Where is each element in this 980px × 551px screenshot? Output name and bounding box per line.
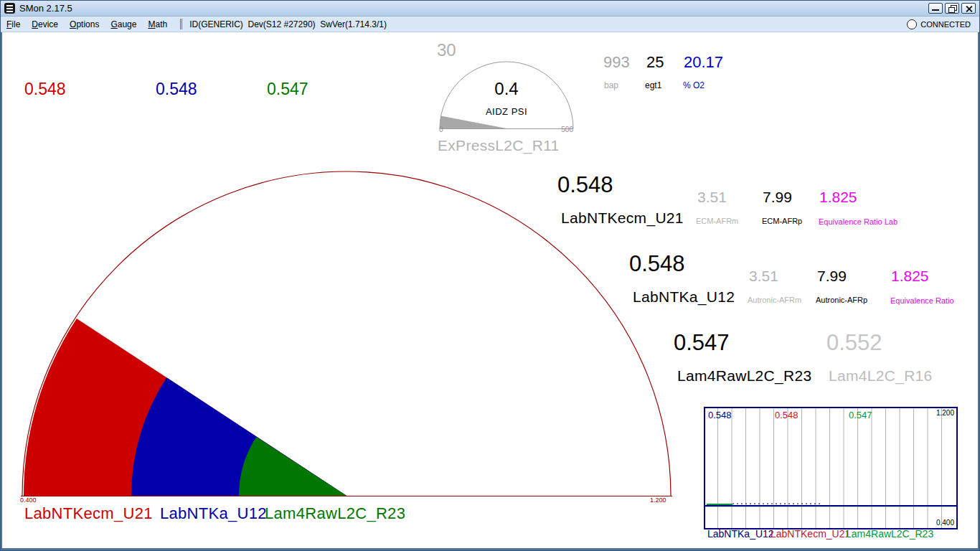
- pressure-value: 0.4: [460, 80, 553, 98]
- readout-o2-label: % O2: [683, 81, 705, 90]
- row2-metric2-value: 7.99: [817, 268, 847, 284]
- row1-metric3-label: Equivalence Ratio Lab: [819, 217, 897, 226]
- row3-secondary-label: Lam4L2C_R16: [829, 367, 933, 384]
- pressure-secondary-value: 30: [437, 41, 456, 60]
- chart-value-3: 0.547: [849, 410, 872, 420]
- pressure-channel-name: ExPressL2C_R11: [438, 137, 560, 154]
- row2-metric1-value: 3.51: [749, 268, 778, 284]
- readout-bap-value: 993: [603, 54, 630, 71]
- lambda-readout-3: 0.547: [267, 80, 308, 98]
- lambda-legend-2: LabNTKa_U12: [160, 505, 267, 522]
- smon-window: SMon 2.17.5 FileDeviceOptionsGaugeMath I…: [0, 0, 980, 551]
- readout-bap-label: bap: [604, 81, 618, 90]
- chart-value-1: 0.548: [708, 410, 732, 420]
- pressure-scale-max: 500: [553, 126, 573, 133]
- readout-o2-value: 20.17: [684, 54, 723, 71]
- pressure-unit-label: AIDZ PSI: [460, 107, 553, 117]
- row3-value: 0.547: [674, 331, 730, 355]
- row1-metric2-label: ECM-AFRp: [762, 217, 802, 225]
- chart-value-2: 0.548: [775, 410, 798, 420]
- row3-secondary-value: 0.552: [826, 331, 882, 355]
- row1-metric1-value: 3.51: [697, 189, 727, 205]
- lambda-scale-min: 0.400: [20, 497, 37, 504]
- row2-metric1-label: Autronic-AFRm: [748, 296, 801, 304]
- lambda-legend-3: Lam4RawL2C_R23: [265, 505, 405, 522]
- lambda-readout-2: 0.548: [156, 80, 197, 98]
- row2-value: 0.548: [629, 252, 685, 276]
- chart-legend-1: LabNTKa_U12: [707, 528, 774, 540]
- row1-metric2-value: 7.99: [763, 189, 792, 205]
- row3-label: Lam4RawL2C_R23: [677, 367, 811, 384]
- row2-metric3-label: Equivalence Ratio: [890, 296, 954, 305]
- chart-legend-2: LabNTKecm_U21: [771, 528, 850, 540]
- row2-metric2-label: Autronic-AFRp: [816, 296, 867, 304]
- row1-label: LabNTKecm_U21: [561, 209, 684, 226]
- lambda-scale-max: 1.200: [650, 497, 666, 504]
- row1-value: 0.548: [557, 173, 613, 197]
- lambda-readout-1: 0.548: [24, 80, 66, 98]
- lambda-legend-1: LabNTKecm_U21: [24, 505, 153, 522]
- chart-legend-3: Lam4RawL2C_R23: [846, 528, 933, 540]
- chart-ymax-label: 1.200: [936, 409, 954, 417]
- readout-egt1-value: 25: [646, 54, 664, 71]
- chart-ymin-label: 0.400: [936, 519, 954, 527]
- strip-chart-plot: [705, 408, 956, 528]
- pressure-scale-min: 0: [439, 126, 443, 133]
- strip-chart[interactable]: 0.548 0.548 0.547 1.200 0.400: [704, 407, 958, 529]
- row1-metric1-label: ECM-AFRm: [696, 217, 738, 225]
- row2-metric3-value: 1.825: [891, 268, 929, 284]
- row1-metric3-value: 1.825: [819, 189, 857, 205]
- readout-egt1-label: egt1: [645, 81, 661, 90]
- row2-label: LabNTKa_U12: [633, 288, 735, 305]
